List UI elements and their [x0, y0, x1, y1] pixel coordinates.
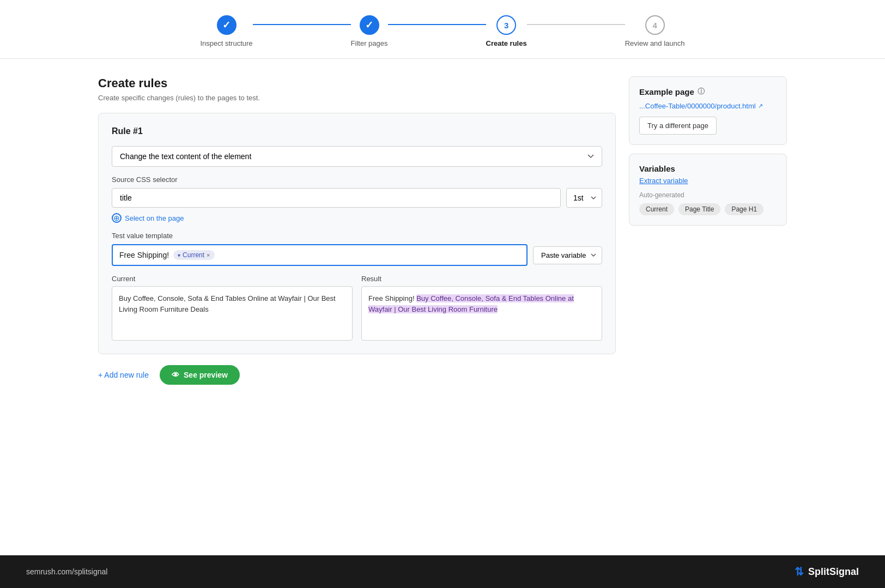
current-value-text: Buy Coffee, Console, Sofa & End Tables O…	[119, 294, 336, 313]
add-rule-button[interactable]: + Add new rule	[98, 371, 149, 379]
see-preview-button[interactable]: 👁 See preview	[160, 365, 240, 385]
step-review: 4 Review and launch	[625, 15, 685, 47]
try-different-label: Try a different page	[647, 122, 708, 130]
rule-card: Rule #1 Change the text content of the e…	[98, 113, 616, 354]
occurrence-select[interactable]: 1st 2nd 3rd All	[566, 188, 602, 208]
tag-chevron-icon: ▾	[178, 252, 180, 258]
result-value-box: Free Shipping! Buy Coffee, Console, Sofa…	[361, 286, 602, 341]
select-on-page-label: Select on the page	[125, 214, 184, 222]
example-link-text: ...Coffee-Table/0000000/product.html	[639, 102, 756, 110]
result-col: Result Free Shipping! Buy Coffee, Consol…	[361, 275, 602, 341]
result-prefix-text: Free Shipping!	[368, 294, 416, 302]
example-page-link[interactable]: ...Coffee-Table/0000000/product.html ↗	[639, 102, 777, 110]
test-value-label: Test value template	[112, 232, 602, 240]
step-filter: ✓ Filter pages	[351, 15, 388, 47]
main-content: Create rules Create specific changes (ru…	[72, 59, 813, 398]
connector-1	[253, 24, 351, 25]
extract-variable-link[interactable]: Extract variable	[639, 177, 777, 185]
brand-icon: ⇅	[795, 565, 804, 578]
page-title: Create rules	[98, 76, 616, 90]
selector-label: Source CSS selector	[112, 175, 602, 184]
test-value-prefix-text: Free Shipping!	[119, 251, 169, 259]
footer-brand: ⇅ SplitSignal	[795, 565, 859, 578]
auto-generated-label: Auto-generated	[639, 191, 777, 199]
bottom-actions: + Add new rule 👁 See preview	[98, 365, 616, 385]
action-select[interactable]: Change the text content of the element	[112, 146, 602, 167]
test-value-input[interactable]: Free Shipping! ▾ Current ×	[112, 244, 528, 266]
variable-tag-page-title[interactable]: Page Title	[678, 203, 720, 215]
right-panel: Example page ⓘ ...Coffee-Table/0000000/p…	[629, 76, 787, 385]
example-page-title: Example page ⓘ	[639, 87, 777, 96]
test-value-row: Free Shipping! ▾ Current × Paste variabl…	[112, 244, 602, 266]
select-on-page-icon: ⊕	[112, 213, 122, 223]
add-rule-label: + Add new rule	[98, 371, 149, 379]
info-icon: ⓘ	[698, 87, 705, 96]
brand-name: SplitSignal	[808, 566, 859, 578]
step-review-label: Review and launch	[625, 39, 685, 47]
footer: semrush.com/splitsignal ⇅ SplitSignal	[0, 555, 885, 588]
variable-tag-current[interactable]: Current	[639, 203, 674, 215]
current-col: Current Buy Coffee, Console, Sofa & End …	[112, 275, 353, 341]
select-on-page-button[interactable]: ⊕ Select on the page	[112, 213, 184, 223]
paste-variable-select[interactable]: Paste variable	[533, 246, 602, 264]
selector-row: 1st 2nd 3rd All	[112, 188, 602, 208]
variable-tags: Current Page Title Page H1	[639, 203, 777, 215]
tag-close-icon[interactable]: ×	[207, 252, 210, 258]
try-different-button[interactable]: Try a different page	[639, 117, 717, 135]
variable-tag-page-h1[interactable]: Page H1	[725, 203, 763, 215]
selector-input[interactable]	[112, 188, 561, 208]
rule-number: Rule #1	[112, 126, 602, 136]
example-page-card: Example page ⓘ ...Coffee-Table/0000000/p…	[629, 76, 787, 145]
current-value-box: Buy Coffee, Console, Sofa & End Tables O…	[112, 286, 353, 341]
step-filter-label: Filter pages	[351, 39, 388, 47]
step-create: 3 Create rules	[486, 15, 527, 47]
current-result-row: Current Buy Coffee, Console, Sofa & End …	[112, 275, 602, 341]
connector-3	[527, 24, 625, 25]
extract-variable-label: Extract variable	[639, 177, 688, 185]
variables-card: Variables Extract variable Auto-generate…	[629, 154, 787, 226]
page-subtitle: Create specific changes (rules) to the p…	[98, 94, 616, 102]
see-preview-label: See preview	[184, 371, 228, 379]
result-col-label: Result	[361, 275, 602, 283]
left-panel: Create rules Create specific changes (ru…	[98, 76, 616, 385]
current-variable-tag[interactable]: ▾ Current ×	[173, 250, 214, 260]
current-col-label: Current	[112, 275, 353, 283]
connector-2	[388, 24, 486, 25]
preview-icon: 👁	[172, 371, 179, 379]
step-inspect-label: Inspect structure	[200, 39, 252, 47]
step-inspect: ✓ Inspect structure	[200, 15, 252, 47]
step-create-label: Create rules	[486, 39, 527, 47]
current-tag-label: Current	[183, 251, 204, 259]
stepper: ✓ Inspect structure ✓ Filter pages 3 Cre…	[0, 0, 885, 59]
variables-title: Variables	[639, 164, 777, 173]
external-link-icon: ↗	[758, 102, 763, 110]
footer-url: semrush.com/splitsignal	[26, 567, 107, 576]
